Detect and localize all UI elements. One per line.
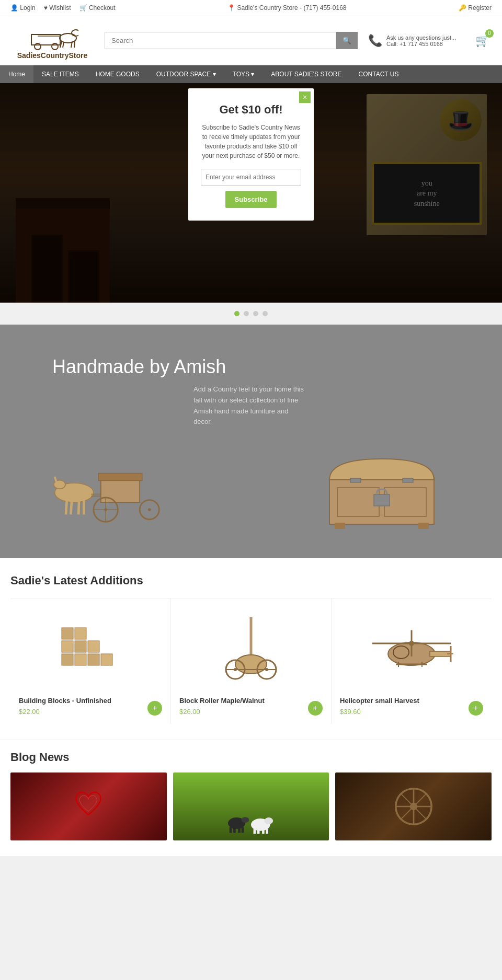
blog-card-3[interactable] <box>335 773 492 840</box>
phone-icon: 📞 <box>368 34 382 48</box>
search-area: 🔍 <box>105 32 358 49</box>
carousel-dots <box>0 303 502 325</box>
modal-email-input[interactable] <box>201 169 301 186</box>
modal-close-button[interactable]: × <box>299 91 311 103</box>
nav-item-contact[interactable]: CONTACT US <box>350 65 407 83</box>
svg-line-21 <box>66 500 67 515</box>
key-icon: 🔑 <box>459 4 466 11</box>
product-name-1: Building Blocks - Unfinished <box>19 697 162 705</box>
amish-product-chest <box>314 443 450 537</box>
svg-rect-40 <box>75 641 86 652</box>
nav-item-sale[interactable]: SALE ITEMS <box>33 65 87 83</box>
svg-rect-31 <box>403 478 413 482</box>
logo-area: SadiesCountryStore <box>10 21 94 60</box>
top-bar: 👤 Login ♥ Wishlist 🛒 Checkout 📍 Sadie's … <box>0 0 502 16</box>
top-bar-left: 👤 Login ♥ Wishlist 🛒 Checkout <box>10 4 116 11</box>
modal-subscribe-button[interactable]: Subscribe <box>225 191 277 208</box>
svg-rect-36 <box>75 654 86 665</box>
handmade-description: Add a Country feel to your home this fal… <box>193 384 309 428</box>
blog-card-2[interactable] <box>173 773 329 840</box>
carousel-dot-4[interactable] <box>263 311 268 316</box>
modal-title: Get $10 off! <box>201 103 301 117</box>
svg-rect-63 <box>230 827 232 833</box>
amish-product-buggy <box>52 443 188 537</box>
checkout-link[interactable]: 🛒 Checkout <box>79 4 116 11</box>
modal-overlay: × Get $10 off! Subscribe to Sadie's Coun… <box>0 83 502 303</box>
heart-icon: ♥ <box>44 4 48 11</box>
hero-wrapper: 🎩 youare mysunshine × Get $10 off! Subsc… <box>0 83 502 303</box>
user-icon: 👤 <box>10 4 18 11</box>
svg-rect-69 <box>254 829 256 834</box>
nav-item-about[interactable]: ABOUT SADIE'S STORE <box>263 65 350 83</box>
add-to-cart-3[interactable]: + <box>469 701 483 716</box>
login-link[interactable]: 👤 Login <box>10 4 36 11</box>
modal-description: Subscribe to Sadie's Country News to rec… <box>201 123 301 160</box>
svg-rect-33 <box>335 523 345 529</box>
svg-rect-11 <box>98 474 142 481</box>
popup-modal: × Get $10 off! Subscribe to Sadie's Coun… <box>188 88 314 221</box>
products-grid: Building Blocks - Unfinished $22.00 + <box>10 598 492 724</box>
svg-point-73 <box>265 817 273 824</box>
logo-image <box>26 21 78 50</box>
wishlist-link[interactable]: ♥ Wishlist <box>44 4 71 11</box>
svg-rect-37 <box>88 654 99 665</box>
product-card-2: Block Roller Maple/Walnut $26.00 + <box>171 598 332 724</box>
latest-title: Sadie's Latest Additions <box>10 574 492 587</box>
svg-line-5 <box>63 42 64 48</box>
svg-point-1 <box>35 43 41 50</box>
svg-point-67 <box>242 817 249 823</box>
product-card-3: Helicopter small Harvest $39.60 + <box>332 598 492 724</box>
nav-item-outdoor[interactable]: OUTDOOR SPACE ▾ <box>148 65 224 83</box>
blog-title: Blog News <box>10 751 492 764</box>
header: SadiesCountryStore 🔍 📞 Ask us any questi… <box>0 16 502 65</box>
nav-item-home[interactable]: Home <box>0 65 33 83</box>
add-to-cart-2[interactable]: + <box>308 701 323 716</box>
store-info: 📍 Sadie's Country Store - (717) 455-0168 <box>227 4 346 11</box>
cart-badge: 0 <box>485 29 494 38</box>
svg-rect-43 <box>75 628 86 639</box>
product-name-2: Block Roller Maple/Walnut <box>179 697 323 705</box>
svg-line-7 <box>74 41 75 48</box>
product-name-3: Helicopter small Harvest <box>340 697 483 705</box>
svg-point-45 <box>235 655 267 674</box>
svg-rect-39 <box>62 641 73 652</box>
svg-rect-71 <box>262 829 265 834</box>
register-link[interactable]: 🔑 Register <box>459 4 492 11</box>
svg-rect-32 <box>374 494 390 506</box>
blog-grid <box>10 773 492 840</box>
blog-section: Blog News <box>0 740 502 856</box>
svg-line-22 <box>71 501 72 515</box>
handmade-title: Handmade by Amish <box>52 356 450 378</box>
amish-products <box>52 443 450 537</box>
product-card-1: Building Blocks - Unfinished $22.00 + <box>10 598 171 724</box>
carousel-dot-1[interactable] <box>234 311 239 316</box>
carousel-dot-2[interactable] <box>244 311 249 316</box>
cart-area[interactable]: 🛒 0 <box>473 31 492 50</box>
magnifier-icon: 🔍 <box>343 37 351 44</box>
product-price-2: $26.00 <box>179 708 323 716</box>
logo-text: SadiesCountryStore <box>17 51 88 60</box>
product-price-1: $22.00 <box>19 708 162 716</box>
search-button[interactable]: 🔍 <box>336 32 358 49</box>
svg-rect-30 <box>350 478 361 482</box>
svg-rect-34 <box>418 523 429 529</box>
main-nav: Home SALE ITEMS HOME GOODS OUTDOOR SPACE… <box>0 65 502 83</box>
nav-item-homegoods[interactable]: HOME GOODS <box>87 65 148 83</box>
search-input[interactable] <box>105 32 336 49</box>
handmade-section: Handmade by Amish Add a Country feel to … <box>0 325 502 558</box>
svg-rect-38 <box>101 654 112 665</box>
nav-item-toys[interactable]: TOYS ▾ <box>224 65 263 83</box>
svg-rect-42 <box>62 628 73 639</box>
phone-line2: Call: +1 717 455 0168 <box>386 41 456 47</box>
location-icon: 📍 <box>227 4 235 11</box>
blog-card-1[interactable] <box>10 773 167 840</box>
svg-rect-65 <box>238 827 241 833</box>
product-image-3 <box>340 607 483 690</box>
add-to-cart-1[interactable]: + <box>147 701 162 716</box>
svg-rect-35 <box>62 654 73 665</box>
svg-point-17 <box>148 509 151 512</box>
svg-line-23 <box>78 501 79 515</box>
svg-line-20 <box>55 477 56 481</box>
carousel-dot-3[interactable] <box>253 311 258 316</box>
phone-area: 📞 Ask us any questions just... Call: +1 … <box>368 34 462 48</box>
